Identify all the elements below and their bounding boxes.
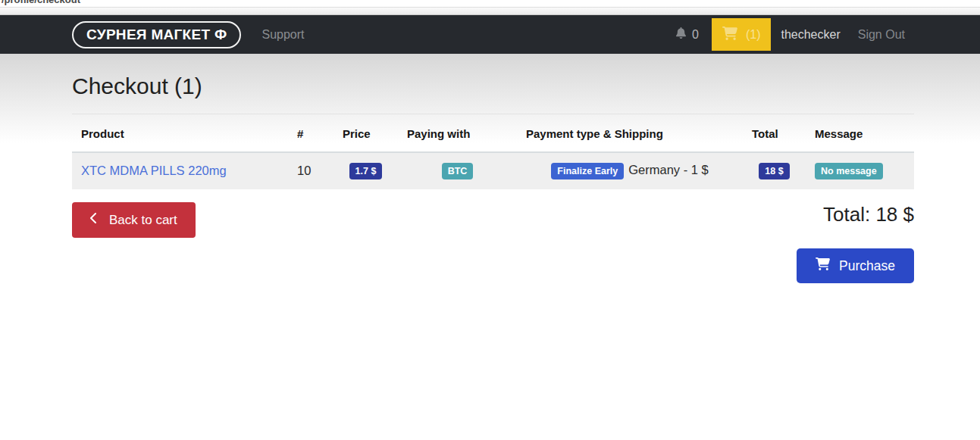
- shipping-text: Germany - 1 $: [628, 163, 708, 176]
- cart-icon: [722, 27, 737, 43]
- product-link[interactable]: XTC MDMA PILLS 220mg: [81, 164, 227, 177]
- username-label: thechecker: [781, 28, 840, 41]
- logo-text: СУРНЕЯ МАГКЕТ Ф: [86, 27, 227, 42]
- col-header-price: Price: [333, 114, 398, 152]
- purchase-label: Purchase: [839, 258, 895, 274]
- price-badge: 1.7 $: [349, 163, 383, 180]
- col-header-quantity: #: [288, 114, 333, 152]
- cart-icon: [816, 257, 830, 274]
- notification-count: 0: [692, 28, 699, 42]
- back-to-cart-button[interactable]: Back to cart: [72, 202, 196, 238]
- main-content: Checkout (1) Product # Price Paying with…: [0, 54, 980, 438]
- order-summary: Total: 18 $ Purchase: [797, 202, 914, 283]
- table-row: XTC MDMA PILLS 220mg 10 1.7 $ BTC Finali…: [72, 152, 914, 190]
- nav-username-link[interactable]: thechecker: [781, 28, 840, 42]
- table-header: Product # Price Paying with Payment type…: [72, 114, 914, 152]
- browser-url-fragment: /profile/checkout: [0, 0, 980, 7]
- col-header-paying-with: Paying with: [398, 114, 517, 152]
- payment-type-badge: Finalize Early: [551, 163, 624, 180]
- notifications-link[interactable]: 0: [675, 27, 699, 42]
- checkout-table: Product # Price Paying with Payment type…: [72, 114, 914, 190]
- bell-icon: [675, 27, 687, 42]
- total-badge: 18 $: [759, 163, 789, 180]
- order-total: Total: 18 $: [823, 203, 914, 226]
- back-to-cart-label: Back to cart: [109, 213, 177, 228]
- cell-price: 1.7 $: [333, 152, 398, 190]
- browser-chrome-strip: [0, 7, 980, 15]
- col-header-product: Product: [72, 114, 288, 152]
- cell-payment-shipping: Finalize EarlyGermany - 1 $: [517, 152, 743, 190]
- chevron-left-icon: [90, 212, 98, 228]
- support-label: Support: [261, 28, 304, 41]
- col-header-message: Message: [806, 114, 914, 152]
- col-header-payment-shipping: Payment type & Shipping: [517, 114, 743, 152]
- sign-out-label: Sign Out: [858, 28, 905, 41]
- nav-sign-out-link[interactable]: Sign Out: [858, 28, 905, 42]
- purchase-button[interactable]: Purchase: [797, 248, 914, 283]
- message-badge: No message: [815, 163, 883, 180]
- cell-message: No message: [806, 152, 914, 190]
- url-fragment-text: /profile/checkout: [2, 0, 80, 5]
- page-title: Checkout (1): [72, 54, 914, 100]
- cell-total: 18 $: [743, 152, 806, 190]
- cell-product: XTC MDMA PILLS 220mg: [72, 152, 288, 190]
- navbar: СУРНЕЯ МАГКЕТ Ф Support 0 (1) thechecker…: [0, 15, 980, 54]
- col-header-total: Total: [743, 114, 806, 152]
- cell-paying-with: BTC: [398, 152, 517, 190]
- cell-quantity: 10: [288, 152, 333, 190]
- cart-link[interactable]: (1): [712, 18, 772, 51]
- currency-badge: BTC: [442, 163, 474, 180]
- logo[interactable]: СУРНЕЯ МАГКЕТ Ф: [72, 21, 241, 48]
- navbar-right: 0 (1) thechecker Sign Out: [675, 15, 905, 54]
- nav-support-link[interactable]: Support: [261, 28, 304, 42]
- actions-row: Back to cart Total: 18 $ Purchase: [72, 202, 914, 283]
- cart-count: (1): [746, 28, 761, 42]
